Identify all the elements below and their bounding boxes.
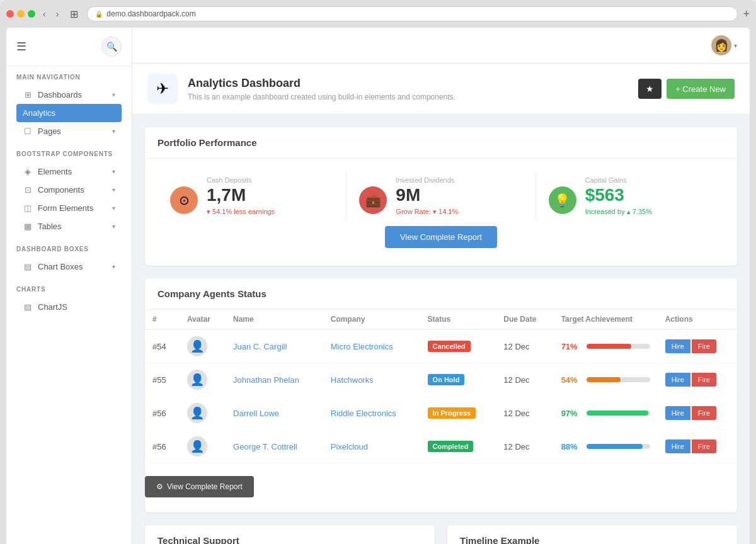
col-actions: Actions: [658, 310, 737, 329]
row-num: #54: [145, 329, 180, 363]
table-row: #56 👤 George T. Cottrell Pixelcloud Comp…: [145, 430, 737, 463]
row-achievement: 97%: [554, 397, 658, 430]
avatar: 👤: [187, 336, 207, 356]
fire-button[interactable]: Fire: [692, 339, 716, 353]
hamburger-icon[interactable]: ☰: [16, 40, 26, 54]
capital-info: Capital Gains $563 Increased by ▴ 7.35%: [585, 176, 712, 216]
row-company[interactable]: Hatchworks: [323, 363, 420, 397]
back-button[interactable]: ‹: [40, 8, 49, 20]
portfolio-body: ⊙ Cash Deposits 1,7M ▾ 54.1% less earnin…: [145, 159, 737, 266]
pages-icon: ☐: [23, 127, 33, 136]
status-badge: In Progress: [428, 407, 476, 419]
row-achievement: 88%: [554, 430, 658, 463]
sidebar-item-pages[interactable]: ☐ Pages ▾: [16, 122, 122, 140]
row-name[interactable]: Johnathan Phelan: [226, 363, 323, 397]
progress-wrap: 97%: [561, 409, 650, 418]
col-num: #: [145, 310, 180, 329]
main-nav-section: MAIN NAVIGATION ⊞ Dashboards ▾ Analytics…: [6, 66, 132, 143]
row-name[interactable]: Juan C. Cargill: [226, 329, 323, 363]
chevron-icon: ▾: [112, 168, 115, 175]
fire-button[interactable]: Fire: [692, 439, 716, 453]
row-avatar: 👤: [180, 329, 226, 363]
row-company[interactable]: Micro Electronics: [323, 329, 420, 363]
sidebar-item-label: Pages: [38, 127, 107, 136]
forward-button[interactable]: ›: [54, 8, 62, 20]
main-nav-title: MAIN NAVIGATION: [16, 74, 122, 81]
address-bar[interactable]: 🔒 demo.dashboardpack.com: [87, 6, 738, 21]
fire-button[interactable]: Fire: [692, 373, 716, 387]
maximize-dot: [28, 10, 35, 18]
table-row: #56 👤 Darrell Lowe Riddle Electronics In…: [145, 397, 737, 430]
dashboard-boxes-section: DASHBOARD BOXES ▤ Chart Boxes ▾: [6, 238, 132, 278]
agents-body: # Avatar Name Company Status Due Date Ta…: [145, 310, 737, 513]
row-name[interactable]: George T. Cottrell: [226, 430, 323, 463]
row-company[interactable]: Riddle Electronics: [323, 397, 420, 430]
row-avatar: 👤: [180, 363, 226, 397]
cash-change: ▾ 54.1% less earnings: [207, 208, 333, 216]
new-tab-button[interactable]: +: [743, 8, 750, 21]
progress-bar-bg: [587, 411, 650, 416]
bootstrap-nav-title: BOOTSTRAP COMPONENTS: [16, 150, 122, 157]
row-actions: Hire Fire: [658, 329, 737, 363]
url-text: demo.dashboardpack.com: [106, 9, 195, 18]
cash-label: Cash Deposits: [207, 176, 333, 184]
hire-button[interactable]: Hire: [665, 439, 690, 453]
fire-button[interactable]: Fire: [692, 406, 716, 420]
sidebar-toggle-icon[interactable]: ⊞: [66, 7, 82, 21]
row-achievement: 54%: [554, 363, 658, 397]
col-target: Target Achievement: [554, 310, 658, 329]
agents-header: Company Agents Status: [145, 278, 737, 310]
close-dot: [6, 10, 14, 18]
chevron-icon: ▾: [112, 205, 115, 212]
tables-icon: ▦: [23, 222, 33, 231]
components-icon: ⊡: [23, 185, 33, 195]
row-duedate: 12 Dec: [496, 397, 553, 430]
progress-bar-bg: [587, 444, 650, 449]
sidebar-item-components[interactable]: ⊡ Components ▾: [16, 181, 122, 199]
invested-icon: 💼: [359, 186, 387, 214]
invested-info: Invested Dividends 9M Grow Rate: ▾ 14.1%: [396, 176, 522, 216]
page-subtitle: This is an example dashboard created usi…: [188, 93, 455, 101]
sidebar-item-chartjs[interactable]: ▤ ChartJS: [16, 298, 122, 316]
timeline-card: Timeline Example All Hands Meeting Yet a…: [447, 525, 737, 544]
bottom-row: Technical Support HELPDESK TICKETS 34 5%…: [145, 525, 737, 544]
action-buttons: Hire Fire: [665, 439, 730, 453]
hire-button[interactable]: Hire: [665, 406, 690, 420]
col-company: Company: [323, 310, 420, 329]
status-badge: Cancelled: [428, 341, 471, 352]
agents-report-button[interactable]: ⚙ View Complete Report: [145, 476, 254, 497]
hire-button[interactable]: Hire: [665, 339, 690, 353]
dashboard-boxes-title: DASHBOARD BOXES: [16, 246, 122, 252]
create-new-button[interactable]: + Create New: [667, 79, 735, 99]
portfolio-report-button[interactable]: View Complete Report: [385, 226, 497, 248]
chevron-icon: ▾: [112, 186, 115, 193]
row-avatar: 👤: [180, 430, 226, 463]
star-button[interactable]: ★: [638, 79, 662, 99]
cash-value: 1,7M: [207, 185, 333, 205]
elements-icon: ◈: [23, 167, 33, 176]
gear-icon: ⚙: [156, 482, 163, 491]
sidebar-item-chart-boxes[interactable]: ▤ Chart Boxes ▾: [16, 258, 122, 276]
sidebar-item-form-elements[interactable]: ◫ Form Elements ▾: [16, 199, 122, 217]
progress-bar-fill: [587, 444, 643, 449]
progress-wrap: 54%: [561, 375, 650, 385]
portfolio-header: Portfolio Performance: [145, 127, 737, 159]
col-avatar: Avatar: [180, 310, 226, 329]
progress-bar-fill: [587, 377, 621, 382]
row-name[interactable]: Darrell Lowe: [226, 397, 323, 430]
row-num: #56: [145, 397, 180, 430]
user-area[interactable]: 👩 ▾: [711, 35, 737, 55]
sidebar-item-label: Components: [38, 185, 107, 195]
sidebar-item-dashboards[interactable]: ⊞ Dashboards ▾: [16, 86, 122, 104]
chevron-icon: ▾: [112, 223, 115, 230]
row-company[interactable]: Pixelcloud: [323, 430, 420, 463]
charts-title: CHARTS: [16, 286, 122, 293]
main-content: 👩 ▾ ✈ Analytics Dashboard This is an exa…: [132, 28, 750, 544]
sidebar-item-tables[interactable]: ▦ Tables ▾: [16, 217, 122, 235]
search-button[interactable]: 🔍: [101, 37, 122, 57]
hire-button[interactable]: Hire: [665, 373, 690, 387]
progress-pct: 88%: [561, 442, 581, 451]
sidebar-item-elements[interactable]: ◈ Elements ▾: [16, 162, 122, 181]
row-duedate: 12 Dec: [496, 329, 553, 363]
sidebar-item-analytics[interactable]: Analytics: [16, 104, 122, 122]
